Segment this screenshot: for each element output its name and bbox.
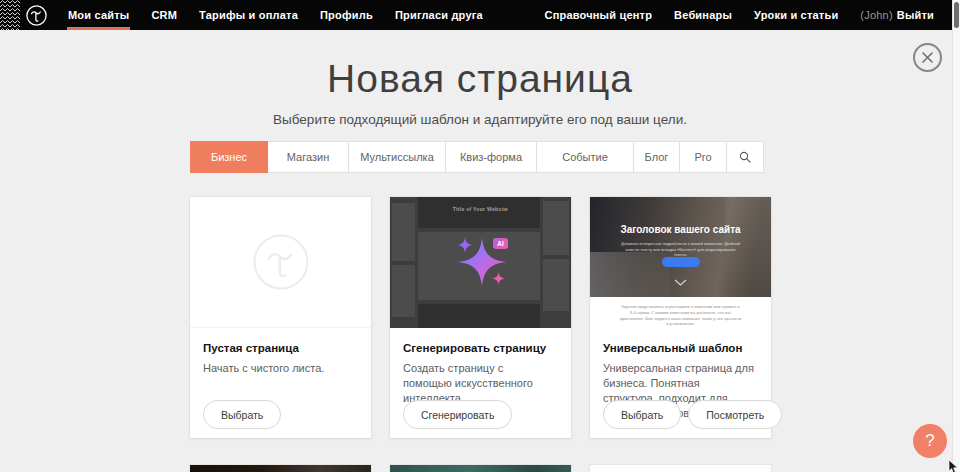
help-button[interactable]: ? xyxy=(913,424,947,458)
tab-quiz-form[interactable]: Квиз-форма xyxy=(445,141,537,173)
choose-blank-button[interactable]: Выбрать xyxy=(203,400,281,429)
ai-sparkle-small-icon xyxy=(492,272,505,285)
card-description: Начать с чистого листа. xyxy=(203,361,355,376)
template-hero-text: Добавьте интересные подробности о вашей … xyxy=(620,241,741,258)
template-category-tabs: Бизнес Магазин Мультиссылка Квиз-форма С… xyxy=(190,141,771,173)
nav-help-center[interactable]: Справочный центр xyxy=(534,0,664,30)
choose-universal-button[interactable]: Выбрать xyxy=(603,400,681,429)
app-window: Мои сайты CRM Тарифы и оплата Профиль Пр… xyxy=(0,0,960,472)
card-actions: Выбрать xyxy=(203,400,281,429)
nav-crm[interactable]: CRM xyxy=(140,0,188,30)
template-card-universal: Заголовок вашего сайта Добавьте интересн… xyxy=(590,197,771,438)
ai-template-preview[interactable]: Title of Your Website xyxy=(390,197,571,328)
tab-event[interactable]: Событие xyxy=(536,141,634,173)
nav-invite-friend[interactable]: Пригласи друга xyxy=(384,0,494,30)
collage-tile xyxy=(543,259,569,311)
template-about-section: Коротко представьтесь и расскажите о ком… xyxy=(590,297,771,328)
template-cards-row: Пустая страница Начать с чистого листа. … xyxy=(190,197,771,438)
nav-tariffs[interactable]: Тарифы и оплата xyxy=(188,0,309,30)
template-cards-row-2 xyxy=(190,465,771,472)
template-hero-button xyxy=(662,257,700,267)
page-title: Новая страница xyxy=(0,57,960,101)
chevron-down-icon xyxy=(674,279,687,286)
tilda-watermark-icon xyxy=(252,233,310,291)
primary-nav: Мои сайты CRM Тарифы и оплата Профиль Пр… xyxy=(57,0,494,30)
tilda-logo[interactable] xyxy=(25,4,48,27)
card-body: Сгенерировать страницу Создать страницу … xyxy=(390,328,571,406)
nav-my-sites[interactable]: Мои сайты xyxy=(57,0,140,30)
generate-button[interactable]: Сгенерировать xyxy=(403,400,512,429)
template-card-preview[interactable] xyxy=(590,465,771,472)
card-body: Пустая страница Начать с чистого листа. xyxy=(190,328,371,376)
card-actions: Сгенерировать xyxy=(403,400,512,429)
template-about-text: Коротко представьтесь и расскажите о ком… xyxy=(620,304,742,328)
universal-template-preview[interactable]: Заголовок вашего сайта Добавьте интересн… xyxy=(590,197,771,328)
card-title: Пустая страница xyxy=(203,342,358,354)
tab-multilink[interactable]: Мультиссылка xyxy=(348,141,446,173)
collage-tile xyxy=(418,304,540,328)
scrollbar-thumb[interactable] xyxy=(954,2,959,28)
tab-search[interactable] xyxy=(726,141,764,173)
collage-tile xyxy=(392,265,415,317)
nav-profile[interactable]: Профиль xyxy=(309,0,384,30)
tab-business[interactable]: Бизнес xyxy=(190,141,268,173)
template-card-preview[interactable] xyxy=(190,465,371,472)
pattern-strip xyxy=(0,0,20,30)
ai-badge: AI xyxy=(493,238,508,249)
card-title: Сгенерировать страницу xyxy=(403,342,558,354)
nav-webinars[interactable]: Вебинары xyxy=(663,0,743,30)
tab-blog[interactable]: Блог xyxy=(633,141,680,173)
preview-universal-button[interactable]: Посмотреть xyxy=(688,400,782,429)
secondary-nav: Справочный центр Вебинары Уроки и статьи… xyxy=(534,0,953,30)
template-card-preview[interactable] xyxy=(390,465,571,472)
nav-logout[interactable]: (John) Выйти xyxy=(849,0,945,30)
search-icon xyxy=(739,151,751,163)
card-title: Универсальный шаблон xyxy=(603,342,758,354)
template-card-blank: Пустая страница Начать с чистого листа. … xyxy=(190,197,371,438)
page-subtitle: Выберите подходящий шаблон и адаптируйте… xyxy=(0,112,960,127)
template-card-ai-generate: Title of Your Website xyxy=(390,197,571,438)
top-navigation-bar: Мои сайты CRM Тарифы и оплата Профиль Пр… xyxy=(0,0,952,30)
collage-tile xyxy=(418,197,540,228)
card-actions: Выбрать Посмотреть xyxy=(603,400,782,429)
collage-title: Title of Your Website xyxy=(390,206,571,212)
user-name: (John) xyxy=(860,9,892,21)
blank-template-preview[interactable] xyxy=(190,197,371,328)
scrollbar-track[interactable] xyxy=(952,0,960,472)
template-hero-title: Заголовок вашего сайта xyxy=(590,224,771,235)
tab-pro[interactable]: Pro xyxy=(679,141,727,173)
tab-shop[interactable]: Магазин xyxy=(267,141,349,173)
nav-lessons[interactable]: Уроки и статьи xyxy=(743,0,849,30)
logout-label: Выйти xyxy=(897,9,934,21)
template-hero-section: Заголовок вашего сайта Добавьте интересн… xyxy=(590,197,771,297)
